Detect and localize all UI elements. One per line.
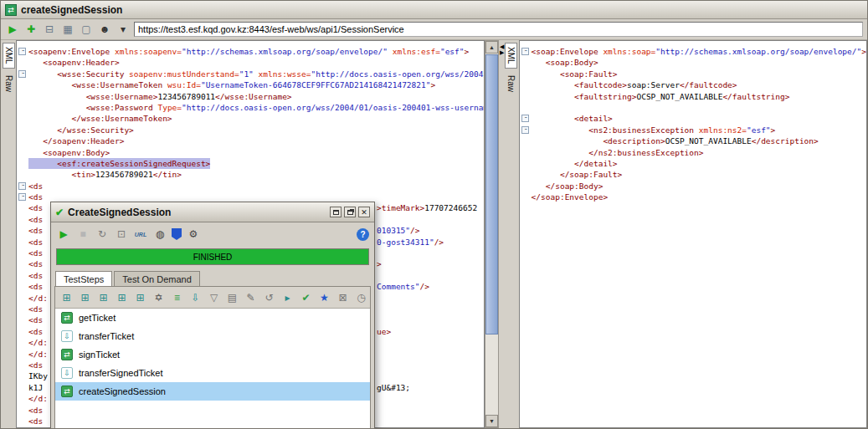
fold-toggle-icon[interactable] <box>18 182 26 190</box>
url-badge-icon[interactable]: URL <box>133 227 148 242</box>
xml-line: <soapenv:Header> <box>17 57 484 68</box>
xml-text: <faultcode>soap:Server</faultcode> <box>532 79 737 90</box>
add-manual-step-icon[interactable]: ✎ <box>243 289 259 305</box>
editor-gutter <box>520 46 532 57</box>
security-shield-icon[interactable] <box>172 228 182 240</box>
add-mockresponse-step-icon[interactable]: ↺ <box>261 289 277 305</box>
tab-test-on-demand[interactable]: Test On Demand <box>114 271 200 286</box>
dialog-titlebar[interactable]: ✔ CreateSignedSession ✕ <box>51 202 374 222</box>
xml-text: </d: <box>28 337 48 348</box>
editor-gutter <box>17 393 28 404</box>
tab-request-raw[interactable]: Raw <box>3 71 15 96</box>
xml-text: <ds <box>28 281 43 292</box>
add-jdbc-request-step-icon[interactable]: ⊞ <box>114 289 130 305</box>
tab-response-raw[interactable]: Raw <box>505 71 517 96</box>
image-frame-icon[interactable]: ▦ <box>60 22 75 37</box>
fold-toggle-icon[interactable] <box>18 70 26 78</box>
teststeps-toolbar: ⊞⊞⊞⊞⊞✡≡⇩▽▤✎↺▸✔★⊠◷ <box>55 287 370 309</box>
add-rest-request-step-icon[interactable]: ⊞ <box>77 289 93 305</box>
run-dialog-icon[interactable]: ⊡ <box>114 227 129 242</box>
run-from-step-icon[interactable]: ▸ <box>280 289 295 305</box>
maximize-button[interactable] <box>344 207 356 217</box>
favorites-icon[interactable]: ★ <box>316 289 332 305</box>
collapse-right-icon[interactable]: ▶ <box>500 49 504 55</box>
teststep-label: signTicket <box>79 350 120 360</box>
add-soap-request-step-icon[interactable]: ⊞ <box>59 289 74 305</box>
xml-line: <detail> <box>520 113 866 124</box>
loop-run-icon[interactable]: ↻ <box>95 227 110 242</box>
tab-request-xml[interactable]: XML <box>3 43 15 69</box>
add-amf-request-step-icon[interactable]: ⊞ <box>132 289 148 305</box>
add-properties-step-icon[interactable]: ≡ <box>169 289 185 305</box>
response-pane: XML Raw <soap:Envelope xmlns:soap="http:… <box>504 40 867 428</box>
editor-gutter <box>17 225 28 236</box>
teststep-item[interactable]: ⇄getTicket <box>55 309 370 327</box>
xml-text: <wsse:Password Type="http://docs.oasis-o… <box>28 102 485 113</box>
teststep-item[interactable]: ⇄createSignedSession <box>55 382 370 401</box>
xml-line <box>520 102 866 113</box>
property-transfer-step-icon: ⇩ <box>61 367 73 379</box>
add-http-request-step-icon[interactable]: ⊞ <box>95 289 111 305</box>
teststep-item[interactable]: ⇩transferTicket <box>55 327 370 345</box>
person-icon[interactable]: ☻ <box>97 22 112 37</box>
help-icon[interactable]: ? <box>357 228 369 241</box>
xml-text: <ds <box>28 270 43 281</box>
xml-line: <soapenv:Body> <box>17 147 484 158</box>
xml-line: <soapenv:Envelope xmlns:soapenv="http://… <box>17 46 484 57</box>
testcase-tabs: TestSteps Test On Demand <box>51 268 374 286</box>
teststep-item[interactable]: ⇩transferSignedTicket <box>55 364 370 382</box>
add-datasource-step-icon[interactable]: ▤ <box>224 289 240 305</box>
xml-text: <soap:Fault> <box>532 69 618 79</box>
editor-gutter <box>520 135 532 146</box>
remove-step-icon[interactable]: ⊠ <box>335 289 351 305</box>
collapse-left-icon[interactable]: ◀ <box>500 43 504 49</box>
xml-text: </wsse:Security> <box>28 125 134 135</box>
xml-text: <ds <box>28 225 43 236</box>
editor-gutter <box>17 113 28 124</box>
editor-gutter <box>17 326 28 337</box>
request-scrollbar[interactable]: ▲ ▼ <box>485 40 499 428</box>
blank-page-icon[interactable]: ▢ <box>79 22 94 37</box>
add-to-testcase-icon[interactable]: ✚ <box>23 22 39 37</box>
xml-line: <faultcode>soap:Server</faultcode> <box>520 79 866 90</box>
xml-text: <ds <box>28 202 43 213</box>
scrollbar-down-button[interactable]: ▼ <box>485 415 498 427</box>
web-browser-icon[interactable]: ◍ <box>152 227 167 242</box>
editor-gutter <box>17 46 28 57</box>
add-groovy-script-step-icon[interactable]: ✡ <box>151 289 167 305</box>
assertion-icon[interactable]: ✔ <box>298 289 314 305</box>
xml-text: <ds <box>28 237 43 248</box>
editor-gutter <box>17 192 28 202</box>
editor-gutter <box>17 405 28 416</box>
fold-toggle-icon[interactable] <box>18 193 26 201</box>
run-testcase-icon[interactable]: ▶ <box>56 227 71 242</box>
fold-toggle-icon[interactable] <box>521 48 529 55</box>
fold-toggle-icon[interactable] <box>521 115 529 122</box>
scrollbar-thumb[interactable] <box>485 54 498 335</box>
submit-request-icon[interactable]: ▶ <box>5 22 20 37</box>
stop-testcase-icon[interactable]: ■ <box>75 227 90 242</box>
settings-gear-icon[interactable]: ⚙ <box>186 227 201 242</box>
fold-toggle-icon[interactable] <box>18 48 26 55</box>
history-icon[interactable]: ◷ <box>353 289 369 305</box>
teststep-item[interactable]: ⇄signTicket <box>55 345 370 364</box>
editor-gutter <box>17 293 28 304</box>
xml-text: <wsse:UsernameToken wsu:Id="UsernameToke… <box>28 79 435 90</box>
tab-teststeps[interactable]: TestSteps <box>55 271 112 286</box>
dropdown-caret-icon[interactable]: ▾ <box>116 22 131 37</box>
xml-table-icon[interactable]: ⊟ <box>42 22 57 37</box>
xml-text: <ns2:businessException xmlns:ns2="esf"> <box>532 125 776 135</box>
editor-gutter <box>520 125 532 135</box>
xml-text: <soap:Envelope xmlns:soap="http://schema… <box>532 46 866 57</box>
add-conditional-goto-step-icon[interactable]: ▽ <box>206 289 222 305</box>
tab-response-xml[interactable]: XML <box>505 43 517 69</box>
fold-toggle-icon[interactable] <box>521 126 529 134</box>
close-button[interactable]: ✕ <box>358 207 370 217</box>
endpoint-url-input[interactable]: https://test3.esf.kqd.gov.kz:8443/esf-we… <box>134 22 863 37</box>
minimize-button[interactable] <box>330 207 342 217</box>
add-property-transfer-step-icon[interactable]: ⇩ <box>187 289 203 305</box>
scrollbar-up-button[interactable]: ▲ <box>485 41 498 54</box>
testcase-success-icon: ✔ <box>55 207 64 218</box>
split-divider[interactable]: ◀ ▶ <box>499 40 504 428</box>
response-xml-editor[interactable]: <soap:Envelope xmlns:soap="http://schema… <box>519 40 867 428</box>
